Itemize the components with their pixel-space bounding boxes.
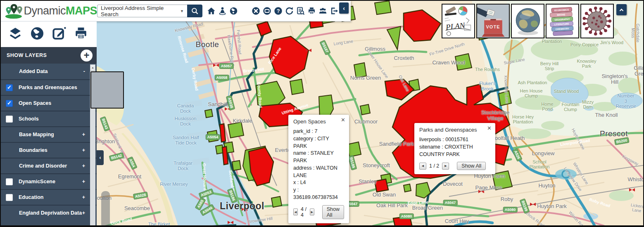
popup-field: park_id : 7 — [293, 128, 344, 135]
popup-fields: liverpools : 00015761sitename : CROXTETH… — [419, 136, 490, 158]
scroll-up-icon[interactable]: ▲ — [90, 64, 95, 71]
pager-next-button[interactable]: ▶ — [442, 163, 449, 170]
layer-label: Added Data — [19, 69, 48, 74]
print-tool-icon[interactable] — [74, 26, 90, 43]
globe-tool-icon[interactable] — [30, 26, 46, 43]
popup-title: Parks and Greenspaces — [419, 127, 490, 133]
refresh-icon[interactable] — [284, 5, 295, 17]
coronavirus-icon — [581, 5, 613, 38]
show-all-button[interactable]: Show All — [457, 162, 486, 170]
sidebar-collapse-tab[interactable]: ‹ — [97, 150, 104, 165]
location-icon[interactable] — [239, 5, 250, 17]
vote-text: VOTE — [486, 24, 500, 29]
app-header: DynamicMAPS Liverpool Address Simple Sea… — [1, 1, 351, 21]
expand-icon[interactable]: + — [82, 132, 85, 137]
logo-pins-icon — [4, 2, 24, 20]
checkbox-checked[interactable]: ✓ — [6, 100, 13, 107]
sidebar-item-boundaries[interactable]: Boundaries+ — [1, 142, 97, 158]
checkbox-unchecked[interactable] — [6, 178, 13, 185]
clear-icon[interactable] — [250, 5, 261, 17]
header-toolbar — [206, 5, 340, 17]
layer-label: DynamicScene — [19, 179, 55, 184]
gallery-thumb-globe[interactable] — [511, 4, 544, 38]
popup-field: x : L4 — [293, 179, 344, 187]
popup-field: y : 336189.067387534 — [293, 187, 344, 201]
layers-tool-icon[interactable] — [8, 26, 24, 43]
search-select-value: Liverpool Address Simple Search — [101, 5, 180, 17]
checkbox-unchecked[interactable] — [6, 194, 13, 201]
popup-field: liverpools : 00015761 — [419, 136, 490, 144]
layer-list: Added Data-✓Parks and Greenspaces✓Open S… — [1, 64, 97, 220]
search-button[interactable] — [187, 5, 202, 17]
open-spaces-popup: ✕ Open Spaces park_id : 7category : CITY… — [288, 115, 349, 223]
layer-label: Parks and Greenspaces — [19, 85, 77, 90]
plan-sketch-icon — [442, 5, 474, 38]
popup-field: name : STANLEY PARK — [293, 150, 344, 165]
home-icon[interactable] — [206, 5, 217, 17]
help-icon[interactable] — [273, 5, 284, 17]
chevron-left-icon: ‹ — [343, 5, 345, 12]
layer-label: Schools — [19, 116, 39, 122]
expand-icon[interactable]: + — [82, 147, 85, 153]
sidebar-item-crime-and-disorder[interactable]: Crime and Disorder+ — [1, 158, 97, 173]
checkbox-checked[interactable]: ✓ — [6, 84, 13, 91]
gallery-thumb-plan[interactable]: PLAN — [442, 4, 475, 38]
popup-fields: park_id : 7category : CITY PARKname : ST… — [293, 128, 344, 201]
close-icon[interactable]: ✕ — [487, 125, 492, 131]
svg-text:MATHS: MATHS — [557, 13, 565, 16]
pager-prev-button[interactable]: ◀ — [293, 208, 298, 215]
expand-icon[interactable]: + — [82, 194, 85, 200]
search-type-select[interactable]: Liverpool Address Simple Search ▼ — [97, 5, 187, 17]
layers-sidebar: SHOW LAYERS + Added Data-✓Parks and Gree… — [1, 47, 97, 225]
collapse-icon[interactable]: - — [83, 69, 85, 74]
toolbar-collapse-button[interactable]: ‹ — [339, 2, 349, 14]
chevron-down-icon: ▼ — [180, 9, 184, 13]
close-icon[interactable]: ✕ — [341, 117, 345, 123]
popup-field: address : WALTON LANE — [293, 165, 344, 180]
users-icon[interactable] — [317, 5, 328, 17]
pager-next-button[interactable]: ▶ — [310, 208, 314, 215]
sidebar-item-parks-and-greenspaces[interactable]: ✓Parks and Greenspaces — [1, 79, 97, 95]
gallery-thumb-virus[interactable] — [580, 4, 614, 38]
globe-icon[interactable] — [228, 5, 239, 17]
search-icon — [191, 7, 199, 15]
earth-globe-icon — [512, 5, 544, 38]
report-icon[interactable] — [295, 5, 306, 17]
vote-box-icon — [477, 5, 509, 38]
pager-prev-button[interactable]: ◀ — [419, 163, 426, 170]
print-icon[interactable] — [306, 5, 317, 17]
sidebar-item-open-spaces[interactable]: ✓Open Spaces — [1, 95, 97, 111]
checkbox-unchecked[interactable] — [6, 116, 13, 123]
left-tool-strip — [1, 21, 97, 47]
sidebar-item-dynamicscene[interactable]: DynamicScene+ — [1, 173, 97, 189]
show-all-button[interactable]: Show All — [322, 205, 344, 219]
expand-icon[interactable]: + — [82, 179, 85, 184]
sidebar-item-england-deprivation-data[interactable]: England Deprivation Data+ — [1, 205, 97, 220]
gallery-thumb-books[interactable]: ECONOMICS MATHS GEOGRAPHY LITERATURE CHE… — [546, 4, 579, 38]
sidebar-item-schools[interactable]: Schools — [1, 111, 97, 126]
layer-label: Open Spaces — [19, 100, 51, 106]
logout-icon[interactable] — [328, 5, 340, 17]
layer-label: Base Mapping — [19, 132, 54, 137]
map-gallery: PLAN VOTE — [442, 4, 614, 38]
edit-tool-icon[interactable] — [52, 26, 68, 43]
sidebar-item-added-data[interactable]: Added Data- — [1, 64, 97, 79]
layer-label: Education — [19, 194, 43, 200]
sidebar-scrollbar[interactable]: ▲ — [90, 64, 95, 225]
scrollbar-thumb[interactable] — [90, 71, 124, 109]
gallery-collapse-button[interactable] — [616, 4, 627, 15]
app-logo: DynamicMAPS — [4, 2, 97, 20]
add-layer-button[interactable]: + — [81, 50, 93, 61]
chevron-up-icon — [619, 7, 624, 12]
popup-field: category : CITY PARK — [293, 135, 344, 150]
gallery-thumb-vote[interactable]: VOTE — [476, 4, 510, 38]
expand-icon[interactable]: + — [82, 210, 85, 216]
sidebar-header: SHOW LAYERS + — [1, 47, 97, 64]
map-zoom-slider[interactable] — [101, 191, 110, 227]
streetview-icon[interactable] — [217, 5, 228, 17]
sidebar-item-education[interactable]: Education+ — [1, 189, 97, 205]
extent-icon[interactable] — [261, 5, 273, 17]
layer-label: Crime and Disorder — [19, 163, 67, 169]
sidebar-item-base-mapping[interactable]: Base Mapping+ — [1, 126, 97, 142]
expand-icon[interactable]: + — [82, 163, 85, 169]
